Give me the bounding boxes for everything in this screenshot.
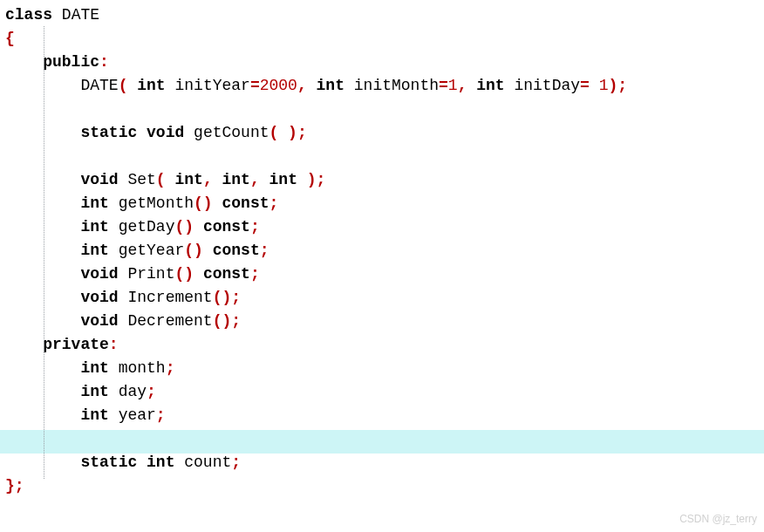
kw-static: static — [80, 454, 137, 471]
paren-open: ( — [156, 171, 166, 188]
ident: count — [184, 454, 231, 471]
paren-close: ); — [609, 77, 628, 94]
kw-int: int — [137, 77, 165, 94]
num: 1 — [448, 77, 458, 94]
semicolon: ; — [156, 406, 166, 424]
kw-int: int — [269, 171, 297, 188]
kw-int: int — [80, 406, 108, 424]
kw-int: int — [80, 218, 108, 235]
colon: : — [99, 53, 109, 71]
ident: getDay — [119, 218, 175, 235]
semicolon: ; — [231, 454, 241, 471]
ident: getMonth — [119, 194, 194, 212]
num: 2000 — [260, 77, 297, 94]
parens: (); — [213, 312, 241, 330]
kw-class: class — [5, 6, 52, 24]
ident: Set — [127, 171, 155, 188]
kw-int: int — [317, 77, 344, 94]
equals: = — [580, 77, 590, 94]
equals: = — [250, 77, 260, 94]
ident: initMonth — [354, 77, 439, 94]
kw-void: void — [80, 171, 118, 188]
ident: month — [119, 359, 166, 377]
equals: = — [439, 77, 448, 94]
colon: : — [109, 336, 119, 353]
ident: Print — [127, 265, 174, 283]
parens: () — [194, 194, 213, 212]
kw-const: const — [222, 194, 269, 212]
ident: initYear — [174, 77, 249, 94]
semicolon: ; — [250, 218, 260, 235]
kw-void: void — [80, 265, 118, 283]
semicolon: ; — [147, 383, 156, 400]
ident: year — [119, 406, 156, 424]
watermark: CSDN @jz_terry — [679, 511, 757, 527]
kw-int: int — [147, 454, 174, 471]
paren-close: ); — [307, 171, 326, 188]
parens: (); — [213, 289, 241, 306]
ident: initDay — [514, 77, 580, 94]
comma: , — [250, 171, 260, 188]
kw-static: static — [80, 124, 137, 141]
kw-const: const — [203, 218, 250, 235]
ctor-name: DATE — [80, 77, 118, 94]
num: 1 — [599, 77, 609, 94]
parens: ( ); — [269, 124, 307, 141]
kw-void: void — [80, 289, 118, 306]
semicolon: ; — [166, 359, 175, 377]
kw-int: int — [174, 171, 202, 188]
kw-const: const — [213, 242, 260, 259]
kw-void: void — [80, 312, 118, 330]
parens: () — [174, 265, 194, 283]
kw-int: int — [80, 359, 108, 377]
kw-public: public — [43, 53, 99, 71]
ident: getCount — [194, 124, 269, 141]
ident: day — [119, 383, 147, 400]
comma: , — [458, 77, 467, 94]
ident: Decrement — [127, 312, 212, 330]
kw-int: int — [80, 383, 108, 400]
kw-int: int — [476, 77, 504, 94]
kw-void: void — [147, 124, 184, 141]
ident-DATE: DATE — [62, 6, 99, 24]
parens: () — [184, 242, 203, 259]
brace-close: }; — [5, 477, 24, 494]
brace-open: { — [5, 30, 15, 47]
kw-int: int — [222, 171, 250, 188]
semicolon: ; — [250, 265, 260, 283]
semicolon: ; — [260, 242, 269, 259]
code-text: class DATE { public: DATE( int initYear=… — [0, 0, 764, 498]
kw-int: int — [80, 242, 108, 259]
kw-const: const — [203, 265, 250, 283]
comma: , — [203, 171, 213, 188]
kw-private: private — [43, 336, 109, 353]
ident: getYear — [119, 242, 185, 259]
kw-int: int — [80, 194, 108, 212]
code-block: class DATE { public: DATE( int initYear=… — [0, 0, 764, 498]
semicolon: ; — [269, 194, 279, 212]
comma: , — [297, 77, 307, 94]
paren-open: ( — [119, 77, 128, 94]
parens: () — [174, 218, 194, 235]
ident: Increment — [127, 289, 212, 306]
